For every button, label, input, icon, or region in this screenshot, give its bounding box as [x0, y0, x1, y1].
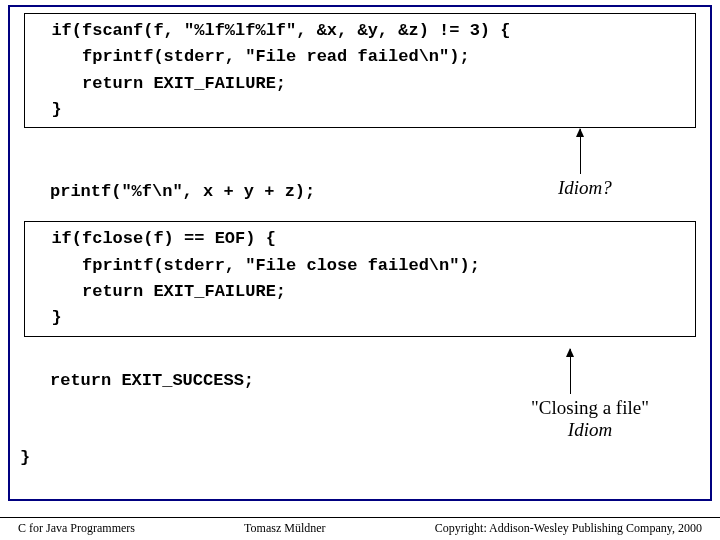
annotation-text: "Closing a file": [531, 397, 649, 418]
code-line: }: [31, 305, 689, 331]
footer-right: Copyright: Addison-Wesley Publishing Com…: [435, 521, 702, 536]
code-line: fprintf(stderr, "File read failed\n");: [31, 44, 689, 70]
annotation-idiom-question: Idiom?: [558, 177, 612, 199]
footer-center: Tomasz Müldner: [244, 521, 325, 536]
slide-frame: if(fscanf(f, "%lf%lf%lf", &x, &y, &z) !=…: [8, 5, 712, 501]
code-line: if(fscanf(f, "%lf%lf%lf", &x, &y, &z) !=…: [31, 18, 689, 44]
code-box-fclose: if(fclose(f) == EOF) { fprintf(stderr, "…: [24, 221, 696, 336]
code-line: return EXIT_FAILURE;: [31, 279, 689, 305]
code-line: if(fclose(f) == EOF) {: [31, 226, 689, 252]
annotation-closing-file: "Closing a file" Idiom: [520, 397, 660, 441]
code-box-fscanf: if(fscanf(f, "%lf%lf%lf", &x, &y, &z) !=…: [24, 13, 696, 128]
code-line: }: [31, 97, 689, 123]
footer: C for Java Programmers Tomasz Müldner Co…: [0, 517, 720, 536]
code-closing-brace: }: [20, 448, 30, 467]
code-line: return EXIT_FAILURE;: [31, 71, 689, 97]
footer-left: C for Java Programmers: [18, 521, 135, 536]
arrow-up-icon: [580, 129, 581, 174]
code-return-success: return EXIT_SUCCESS;: [50, 371, 696, 390]
code-line: fprintf(stderr, "File close failed\n");: [31, 253, 689, 279]
annotation-text: Idiom: [568, 419, 612, 440]
arrow-up-icon: [570, 349, 571, 394]
